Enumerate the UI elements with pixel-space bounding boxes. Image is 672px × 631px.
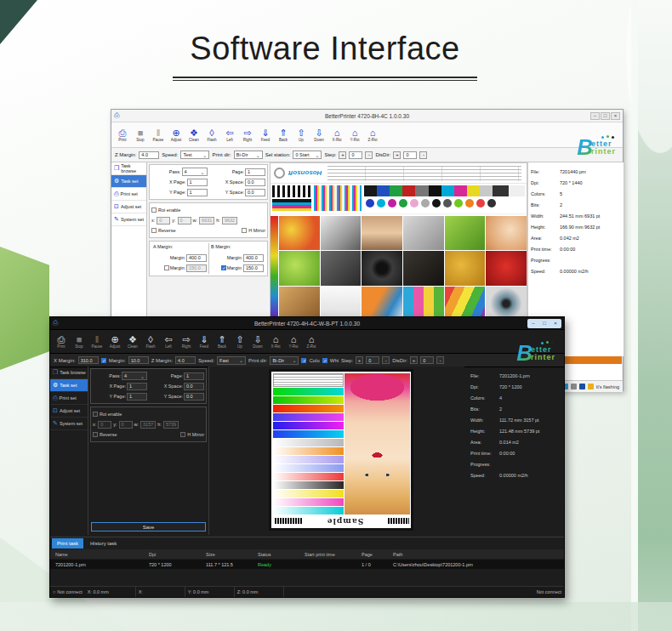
x-space-input[interactable]: 0.0 (184, 383, 204, 390)
speed-select[interactable]: Fast (217, 356, 246, 365)
toolbar-button[interactable]: ■ Stop (71, 335, 88, 349)
b-margin2-input[interactable]: 150.0 (243, 264, 264, 272)
y-page-input[interactable]: 1 (127, 393, 147, 401)
roi-w-input[interactable]: 3157 (140, 421, 156, 429)
toolbar-button[interactable]: ⇑ Back (275, 128, 292, 142)
sidebar-item[interactable]: ⚙ Task set (111, 175, 146, 188)
page-input[interactable]: 1 (245, 168, 265, 176)
x-page-input[interactable]: 1 (187, 179, 208, 186)
z-margin-input[interactable]: 4.0 (175, 356, 196, 364)
toolbar-button[interactable]: ◊ Flash (203, 128, 220, 142)
page-input[interactable]: 1 (184, 372, 204, 380)
sidebar-item[interactable]: ❒ Task browse (50, 367, 88, 379)
speed-select[interactable]: Test (180, 151, 209, 159)
b-margin1-input[interactable]: 400.0 (243, 254, 264, 262)
sidebar-item[interactable]: ⎙ Print set (50, 392, 88, 405)
sidebar-item[interactable]: ⊡ Adjust set (50, 405, 88, 418)
step-plus-button[interactable]: + (356, 356, 363, 364)
x-page-input[interactable]: 1 (127, 383, 147, 390)
status-icon[interactable] (588, 384, 594, 389)
toolbar-button[interactable]: ⌂ Y-Rst (285, 335, 302, 349)
toolbar-button[interactable]: ■ Stop (132, 128, 149, 142)
toolbar-button[interactable]: ⇑ Back (214, 335, 231, 349)
toolbar-button[interactable]: ‖ Pause (88, 335, 105, 349)
a-margin2-checkbox[interactable] (164, 265, 169, 270)
titlebar[interactable]: ⎙ BetterPrinter 4720-4H-4C-W-B-PT 1.0.0.… (50, 317, 564, 330)
sidebar-item[interactable]: ⚙ Task set (50, 379, 88, 392)
disdir-minus-button[interactable]: - (419, 151, 427, 159)
toolbar-button[interactable]: ⎙ Print (53, 335, 70, 349)
margin-checkbox[interactable] (101, 358, 106, 363)
colo-checkbox[interactable] (301, 358, 306, 363)
toolbar-button[interactable]: ⇩ Down (249, 335, 266, 349)
reverse-checkbox[interactable] (93, 432, 98, 437)
step-minus-button[interactable]: - (382, 356, 390, 364)
toolbar-button[interactable]: ⌂ X-Rst (267, 335, 284, 349)
disdir-input[interactable]: 0 (403, 151, 417, 159)
toolbar-button[interactable]: ❖ Clean (185, 128, 202, 142)
step-input[interactable]: 0 (349, 151, 362, 159)
print-dir-select[interactable]: Bi-Dir (234, 151, 263, 159)
margin-input[interactable]: 10.0 (128, 356, 149, 364)
toolbar-button[interactable]: ‖ Pause (150, 128, 167, 142)
close-button[interactable]: × (550, 320, 561, 327)
sidebar-item[interactable]: ✎ System set (50, 418, 88, 430)
h-mirror-checkbox[interactable] (242, 228, 247, 233)
toolbar-button[interactable]: ⌂ Y-Rst (346, 128, 363, 142)
sidebar-item[interactable]: ⎙ Print set (111, 188, 146, 201)
status-icon[interactable] (579, 384, 585, 389)
sel-station-select[interactable]: 0 Start (293, 151, 322, 159)
sidebar-item[interactable]: ⊡ Adjust set (111, 201, 146, 213)
sidebar-item[interactable]: ❒ Task browse (111, 162, 146, 175)
tab-print-task[interactable]: Print task (52, 538, 83, 549)
disdir-plus-button[interactable]: + (393, 151, 401, 159)
a-margin2-input[interactable]: 150.0 (186, 264, 207, 272)
minimize-button[interactable]: – (528, 320, 538, 327)
sidebar-item[interactable]: ✎ System set (111, 213, 146, 226)
toolbar-button[interactable]: ⌂ X-Rst (328, 128, 345, 142)
toolbar-button[interactable]: ⇧ Up (231, 335, 248, 349)
print-dir-select[interactable]: Bi-Dir (270, 356, 299, 365)
status-icon[interactable] (571, 384, 577, 389)
x-margin-input[interactable]: 310.0 (78, 356, 99, 364)
roi-x-input[interactable]: 0 (98, 421, 111, 429)
roi-w-input[interactable]: 6931 (199, 217, 214, 225)
y-space-input[interactable]: 0.0 (184, 393, 204, 401)
maximize-button[interactable]: □ (601, 112, 610, 120)
roi-enable-checkbox[interactable] (93, 412, 98, 417)
toolbar-button[interactable]: ⇦ Left (221, 128, 238, 142)
h-mirror-checkbox[interactable] (180, 432, 185, 437)
toolbar-button[interactable]: ❖ Clean (124, 335, 141, 349)
roi-h-input[interactable]: 5739 (163, 421, 179, 429)
toolbar-button[interactable]: ⎙ Print (114, 128, 131, 142)
toolbar-button[interactable]: ⇨ Right (178, 335, 195, 349)
task-table-row[interactable]: 7201200-1.prn 720 * 1200 111.7 * 121.5 R… (50, 560, 564, 569)
a-margin1-input[interactable]: 400.0 (186, 254, 207, 262)
toolbar-button[interactable]: ⌂ Z-Rst (303, 335, 320, 349)
reverse-checkbox[interactable] (151, 228, 157, 233)
save-button[interactable]: Save (91, 522, 206, 532)
maximize-button[interactable]: □ (539, 320, 550, 327)
print-preview[interactable]: Sample (209, 367, 464, 535)
minimize-button[interactable]: – (590, 112, 600, 120)
disdir-input[interactable]: 0 (420, 356, 434, 364)
step-minus-button[interactable]: - (365, 151, 373, 159)
toolbar-button[interactable]: ⊕ Adjust (168, 128, 185, 142)
toolbar-button[interactable]: ⇧ Up (293, 128, 310, 142)
y-page-input[interactable]: 1 (187, 189, 208, 196)
x-space-input[interactable]: 0.0 (245, 179, 265, 186)
b-margin2-checkbox[interactable] (221, 265, 226, 270)
roi-x-input[interactable]: 0 (157, 217, 170, 225)
toolbar-button[interactable]: ⇓ Feed (196, 335, 213, 349)
roi-enable-checkbox[interactable] (151, 207, 157, 213)
toolbar-button[interactable]: ⌂ Z-Rst (364, 128, 381, 142)
step-plus-button[interactable]: + (339, 151, 346, 159)
toolbar-button[interactable]: ⇦ Left (160, 335, 177, 349)
roi-h-input[interactable]: 9632 (222, 217, 237, 225)
toolbar-button[interactable]: ⇩ Down (310, 128, 327, 142)
roi-y-input[interactable]: 0 (178, 217, 191, 225)
toolbar-button[interactable]: ⇓ Feed (257, 128, 274, 142)
whi-checkbox[interactable] (322, 358, 327, 363)
roi-y-input[interactable]: 0 (119, 421, 133, 429)
disdir-minus-button[interactable]: - (436, 356, 444, 364)
